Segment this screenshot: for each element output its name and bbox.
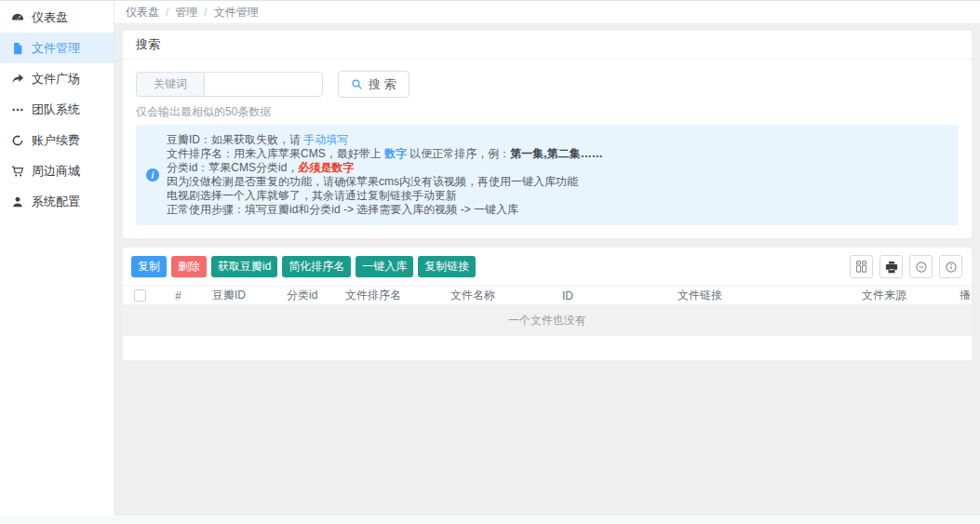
breadcrumb-item-manage[interactable]: 管理 [175, 5, 197, 20]
notice-line: 正常使用步骤：填写豆瓣id和分类id -> 选择需要入库的视频 -> 一键入库 [167, 203, 947, 217]
sidebar-item-account-renewal[interactable]: 账户续费 [0, 125, 114, 155]
sidebar-item-label: 仪表盘 [32, 9, 68, 26]
simplify-sort-name-button[interactable]: 简化排序名 [282, 256, 351, 277]
th-index: # [175, 289, 212, 302]
print-icon [885, 261, 898, 274]
ellipsis-icon [10, 102, 24, 116]
breadcrumb-item-dashboard[interactable]: 仪表盘 [126, 5, 159, 20]
columns-button[interactable] [850, 255, 873, 278]
manual-fill-link[interactable]: 手动填写 [303, 133, 348, 146]
breadcrumb: 仪表盘 / 管理 / 文件管理 [114, 1, 980, 24]
delete-button[interactable]: 删除 [171, 256, 207, 277]
sidebar-item-system-config[interactable]: 系统配置 [0, 186, 114, 217]
th-category-id: 分类id [287, 288, 345, 303]
th-file-name: 文件名称 [450, 288, 562, 303]
notice-line: 文件排序名：用来入库苹果CMS，最好带上 数字 以便正常排序，例：第一集,第二集… [167, 147, 947, 161]
notice-text: 分类id：苹果CMS分类id， [167, 161, 298, 174]
table-empty-state: 一个文件也没有 [123, 305, 972, 336]
get-douban-id-button[interactable]: 获取豆瓣id [211, 256, 277, 277]
search-button-label: 搜 索 [369, 76, 396, 93]
notice-text: 正常使用步骤：填写豆瓣id和分类id -> 选择需要入库的视频 -> 一键入库 [167, 203, 518, 216]
app-window: 仪表盘 文件管理 文件广场 团队系统 账户续费 [0, 1, 980, 516]
sidebar-item-label: 文件广场 [32, 71, 80, 87]
breadcrumb-item-file-management: 文件管理 [214, 5, 259, 20]
share-icon [10, 72, 24, 86]
table-footer-space [123, 336, 972, 360]
search-card: 搜索 关键词 搜 索 仅会输出最相 [122, 30, 973, 239]
th-douban-id: 豆瓣ID [212, 288, 287, 303]
search-button[interactable]: 搜 索 [338, 71, 409, 98]
th-id: ID [562, 289, 678, 302]
th-checkbox [123, 289, 175, 302]
notice-text: 文件排序名：用来入库苹果CMS，最好带上 [167, 147, 384, 160]
print-button[interactable] [879, 255, 903, 278]
sidebar-item-team-system[interactable]: 团队系统 [0, 94, 114, 125]
keyword-label: 关键词 [136, 72, 204, 97]
main-area: 仪表盘 / 管理 / 文件管理 搜索 关键词 [114, 1, 980, 516]
notice-text: 豆瓣ID：如果获取失败，请 [167, 133, 303, 146]
notice-text: 因为没做检测是否重复的功能，请确保苹果cms内没有该视频，再使用一键入库功能 [167, 175, 578, 188]
notice-line: 豆瓣ID：如果获取失败，请 手动填写 [167, 133, 947, 147]
sidebar: 仪表盘 文件管理 文件广场 团队系统 账户续费 [0, 1, 114, 516]
notice-text: 第一集,第二集…… [510, 147, 602, 160]
info-button[interactable] [939, 255, 962, 278]
sidebar-item-label: 账户续费 [32, 132, 80, 149]
info-icon [146, 168, 159, 181]
notice-text: 电视剧选择一个入库就够了，其余请通过复制链接手动更新 [167, 189, 457, 202]
copy-button[interactable]: 复制 [131, 256, 167, 277]
sidebar-item-label: 周边商城 [32, 163, 80, 180]
file-icon [10, 41, 24, 55]
notice-text: 以便正常排序，例： [407, 147, 510, 160]
notice-line: 分类id：苹果CMS分类id，必须是数字 [167, 161, 947, 175]
select-all-checkbox[interactable] [134, 289, 146, 302]
notice-line: 因为没做检测是否重复的功能，请确保苹果cms内没有该视频，再使用一键入库功能 [167, 175, 947, 189]
th-file-link: 文件链接 [678, 288, 862, 303]
search-hint: 仅会输出最相似的50条数据 [136, 104, 959, 120]
sidebar-item-label: 团队系统 [32, 101, 80, 118]
notice-text: 必须是数字 [298, 161, 354, 174]
columns-icon [854, 260, 868, 274]
notice-alert: 豆瓣ID：如果获取失败，请 手动填写 文件排序名：用来入库苹果CMS，最好带上 … [136, 125, 959, 225]
breadcrumb-separator: / [166, 6, 168, 19]
page-content: 搜索 关键词 搜 索 仅会输出最相 [114, 24, 980, 516]
user-icon [10, 195, 24, 208]
copy-link-button[interactable]: 复制链接 [418, 256, 476, 277]
minus-circle-icon [915, 261, 928, 274]
th-play: 播放 [960, 288, 973, 303]
th-file-sort-name: 文件排序名 [345, 288, 450, 303]
sidebar-item-shop[interactable]: 周边商城 [0, 155, 114, 186]
notice-line: 电视剧选择一个入库就够了，其余请通过复制链接手动更新 [167, 189, 947, 203]
notice-text: 数字 [384, 147, 407, 160]
search-card-title: 搜索 [123, 31, 972, 60]
sidebar-item-label: 文件管理 [32, 40, 80, 57]
sidebar-item-file-plaza[interactable]: 文件广场 [0, 63, 114, 94]
sidebar-item-label: 系统配置 [32, 194, 80, 210]
sidebar-item-file-management[interactable]: 文件管理 [0, 33, 114, 63]
dashboard-icon [10, 10, 24, 24]
circle-icon [10, 133, 24, 147]
file-table-card: 复制 删除 获取豆瓣id 简化排序名 一键入库 复制链接 [122, 247, 973, 361]
keyword-input-group: 关键词 [136, 72, 323, 97]
page-bottom-strip [0, 516, 980, 524]
breadcrumb-separator: / [204, 6, 207, 19]
info-circle-icon [945, 261, 958, 274]
one-click-import-button[interactable]: 一键入库 [356, 256, 413, 277]
th-file-source: 文件来源 [862, 288, 960, 303]
table-toolbar: 复制 删除 获取豆瓣id 简化排序名 一键入库 复制链接 [123, 248, 972, 286]
sidebar-item-dashboard[interactable]: 仪表盘 [0, 2, 114, 33]
table-header-row: # 豆瓣ID 分类id 文件排序名 文件名称 ID 文件链接 文件来源 播放 [123, 286, 972, 305]
cart-icon [10, 164, 24, 178]
search-icon [351, 78, 363, 90]
keyword-input[interactable] [204, 72, 323, 97]
minus-circle-button[interactable] [909, 255, 933, 278]
